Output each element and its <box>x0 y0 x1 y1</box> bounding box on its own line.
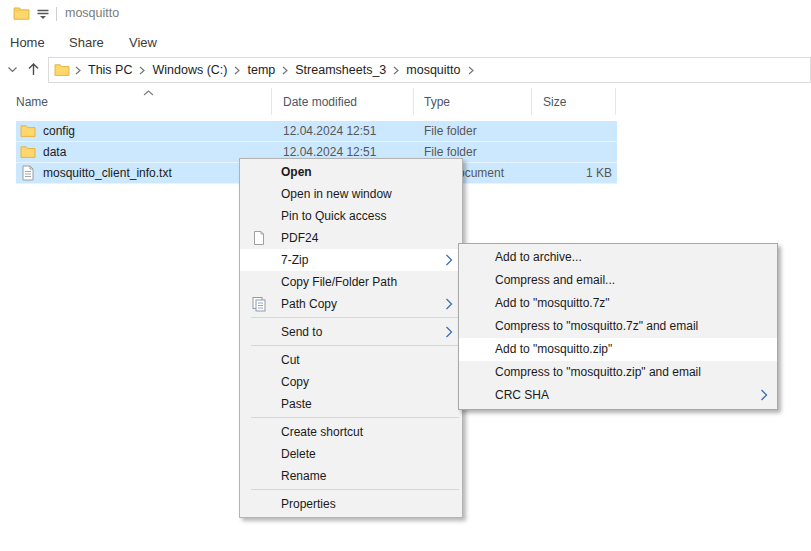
7zip-submenu: Add to archive... Compress and email... … <box>458 243 778 410</box>
column-header-size[interactable]: Size <box>532 88 616 115</box>
context-menu-item-delete[interactable]: Delete <box>240 443 462 465</box>
text-file-icon <box>20 165 36 181</box>
address-folder-icon <box>54 62 70 78</box>
menu-separator <box>251 417 459 418</box>
explorer-window: mosquitto Home Share View This PC Window… <box>0 0 811 551</box>
breadcrumb-chevron-icon <box>75 66 81 75</box>
file-date: 12.04.2024 12:51 <box>272 124 414 138</box>
breadcrumb-windows-c[interactable]: Windows (C:) <box>152 63 227 77</box>
quick-access-toolbar-icon[interactable] <box>36 9 50 20</box>
context-menu-item-open-new-window[interactable]: Open in new window <box>240 183 462 205</box>
breadcrumb-chevron-icon[interactable] <box>234 66 240 75</box>
file-name: mosquitto_client_info.txt <box>43 166 172 180</box>
context-menu-item-copy-file-folder-path[interactable]: Copy File/Folder Path <box>240 271 462 293</box>
context-menu-item-rename[interactable]: Rename <box>240 465 462 487</box>
context-menu-item-pdf24[interactable]: PDF24 <box>240 227 462 249</box>
folder-icon <box>13 5 30 22</box>
table-row-config[interactable]: config 12.04.2024 12:51 File folder <box>16 121 617 142</box>
context-menu-item-pin-quick-access[interactable]: Pin to Quick access <box>240 205 462 227</box>
breadcrumb-this-pc[interactable]: This PC <box>88 63 132 77</box>
tab-home[interactable]: Home <box>10 35 45 50</box>
column-header-type[interactable]: Type <box>414 88 532 115</box>
context-menu-item-paste[interactable]: Paste <box>240 393 462 415</box>
submenu-item-compress-to-7z-and-email[interactable]: Compress to "mosquitto.7z" and email <box>459 315 777 338</box>
column-header-date-modified[interactable]: Date modified <box>272 88 414 115</box>
file-date: 12.04.2024 12:51 <box>272 145 414 159</box>
breadcrumb-chevron-icon[interactable] <box>468 66 474 75</box>
folder-icon <box>20 144 36 160</box>
breadcrumb-chevron-icon[interactable] <box>393 66 399 75</box>
folder-icon <box>20 123 36 139</box>
up-arrow-icon[interactable] <box>26 62 41 77</box>
titlebar-separator <box>56 7 57 21</box>
context-menu-item-create-shortcut[interactable]: Create shortcut <box>240 421 462 443</box>
breadcrumb-temp[interactable]: temp <box>247 63 275 77</box>
context-menu-item-cut[interactable]: Cut <box>240 349 462 371</box>
breadcrumb-chevron-icon[interactable] <box>282 66 288 75</box>
submenu-chevron-icon <box>445 298 453 310</box>
context-menu-item-7zip[interactable]: 7-Zip <box>240 249 462 271</box>
submenu-chevron-icon <box>760 389 768 401</box>
column-headers: Name Date modified Type Size <box>0 88 616 115</box>
context-menu-item-path-copy[interactable]: Path Copy <box>240 293 462 315</box>
context-menu-item-open[interactable]: Open <box>240 161 462 183</box>
file-name: data <box>43 145 66 159</box>
submenu-item-crc-sha[interactable]: CRC SHA <box>459 384 777 407</box>
file-type: File folder <box>414 145 532 159</box>
context-menu-item-copy[interactable]: Copy <box>240 371 462 393</box>
tab-view[interactable]: View <box>129 35 157 50</box>
submenu-item-compress-and-email[interactable]: Compress and email... <box>459 269 777 292</box>
copy-pages-icon <box>251 296 267 312</box>
sort-ascending-icon <box>143 90 154 96</box>
window-title: mosquitto <box>65 6 119 20</box>
blank-page-icon <box>251 230 267 246</box>
breadcrumb-mosquitto[interactable]: mosquitto <box>406 63 460 77</box>
address-history-chevron-icon[interactable] <box>7 66 18 73</box>
context-menu-item-properties[interactable]: Properties <box>240 493 462 515</box>
submenu-chevron-icon <box>445 326 453 338</box>
menu-separator <box>251 317 459 318</box>
submenu-chevron-icon <box>445 254 453 266</box>
menu-separator <box>251 489 459 490</box>
context-menu: Open Open in new window Pin to Quick acc… <box>239 158 463 518</box>
menu-separator <box>251 345 459 346</box>
tab-share[interactable]: Share <box>69 35 104 50</box>
title-bar: mosquitto <box>0 0 811 28</box>
column-header-name[interactable]: Name <box>16 88 272 115</box>
submenu-item-compress-to-zip-and-email[interactable]: Compress to "mosquitto.zip" and email <box>459 361 777 384</box>
breadcrumb-streamsheets-3[interactable]: Streamsheets_3 <box>295 63 386 77</box>
submenu-item-add-to-archive[interactable]: Add to archive... <box>459 246 777 269</box>
breadcrumb-chevron-icon[interactable] <box>139 66 145 75</box>
context-menu-item-send-to[interactable]: Send to <box>240 321 462 343</box>
submenu-item-add-to-7z[interactable]: Add to "mosquitto.7z" <box>459 292 777 315</box>
submenu-item-add-to-zip[interactable]: Add to "mosquitto.zip" <box>459 338 777 361</box>
file-type: File folder <box>414 124 532 138</box>
address-bar[interactable]: This PC Windows (C:) temp Streamsheets_3… <box>48 57 811 83</box>
file-name: config <box>43 124 75 138</box>
file-size: 1 KB <box>532 166 616 180</box>
